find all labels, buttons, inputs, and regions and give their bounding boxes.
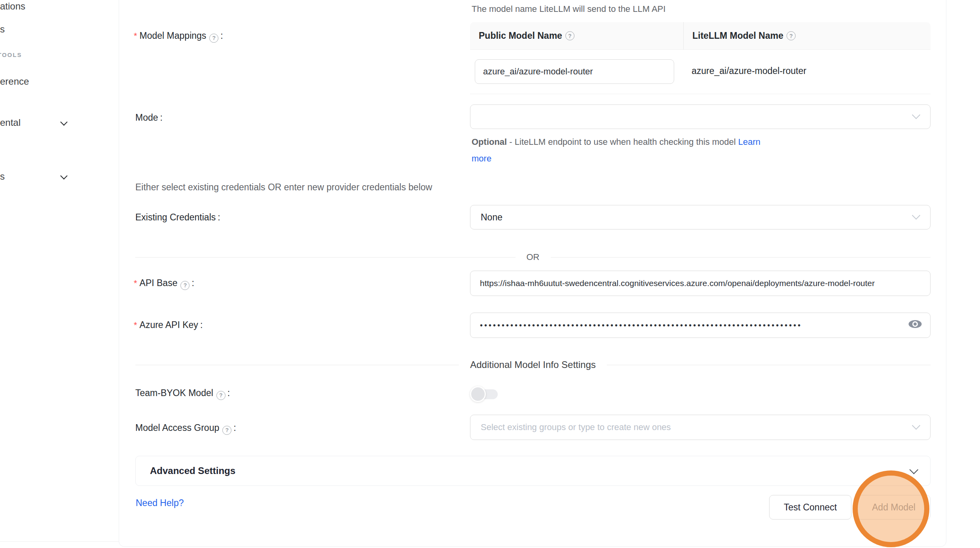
team-byok-label: Team-BYOK Model?:	[135, 388, 230, 400]
eye-icon[interactable]	[908, 319, 922, 332]
chevron-down-icon	[910, 465, 919, 474]
help-icon[interactable]: ?	[180, 281, 190, 290]
api-base-label: *API Base?:	[134, 278, 194, 290]
team-byok-toggle[interactable]	[472, 389, 498, 399]
mode-optional-note-line2: more	[472, 154, 491, 164]
help-icon[interactable]: ?	[216, 391, 226, 400]
chevron-down-icon	[60, 118, 67, 125]
existing-credentials-value: None	[481, 212, 502, 223]
sidebar-item-experimental[interactable]: ental	[0, 117, 21, 128]
api-base-input[interactable]: https://ishaa-mh6uutut-swedencentral.cog…	[470, 271, 931, 296]
column-header-public-model-name: Public Model Name?	[470, 22, 684, 49]
mode-select[interactable]	[470, 104, 931, 129]
advanced-settings-panel[interactable]: Advanced Settings	[135, 456, 931, 486]
existing-credentials-select[interactable]: None	[470, 205, 931, 229]
credentials-note: Either select existing credentials OR en…	[135, 182, 432, 193]
help-icon[interactable]: ?	[222, 426, 231, 435]
model-mappings-table: Public Model Name? LiteLLM Model Name? a…	[470, 22, 931, 94]
table-header: Public Model Name? LiteLLM Model Name?	[470, 22, 931, 50]
sidebar-bottom-divider	[0, 541, 119, 542]
required-asterisk: *	[134, 31, 137, 41]
sidebar-item-api-reference[interactable]: erence	[0, 76, 29, 87]
help-icon[interactable]: ?	[209, 34, 218, 43]
litellm-model-name-value: azure_ai/azure-model-router	[692, 66, 806, 76]
required-asterisk: *	[134, 278, 137, 288]
sidebar-item-organizations[interactable]: ations	[0, 1, 25, 12]
access-group-placeholder: Select existing groups or type to create…	[481, 422, 671, 432]
mode-label: Mode:	[135, 112, 163, 123]
table-row: azure_ai/azure-model-router	[470, 50, 931, 94]
model-mappings-label: *Model Mappings?:	[134, 30, 223, 43]
model-access-group-label: Model Access Group?:	[135, 423, 236, 435]
required-asterisk: *	[134, 320, 137, 330]
chevron-down-icon	[60, 172, 67, 179]
advanced-settings-title: Advanced Settings	[150, 465, 235, 476]
need-help-link[interactable]: Need Help?	[136, 498, 184, 508]
chevron-down-icon	[912, 421, 920, 430]
learn-more-link[interactable]: more	[472, 154, 491, 163]
masked-key-value: ••••••••••••••••••••••••••••••••••••••••…	[480, 321, 895, 330]
mode-optional-note: Optional - LiteLLM endpoint to use when …	[472, 137, 760, 147]
model-access-group-select[interactable]: Select existing groups or type to create…	[470, 415, 931, 440]
chevron-down-icon	[912, 111, 920, 119]
mappings-helper-text: The model name LiteLLM will send to the …	[472, 4, 665, 14]
additional-settings-divider: Additional Model Info Settings	[135, 356, 931, 374]
existing-credentials-label: Existing Credentials:	[135, 212, 220, 223]
column-header-litellm-model-name: LiteLLM Model Name?	[684, 22, 796, 49]
toggle-knob	[470, 386, 486, 402]
help-icon[interactable]: ?	[787, 31, 796, 40]
learn-more-link[interactable]: Learn	[738, 137, 760, 147]
test-connect-button[interactable]: Test Connect	[769, 495, 851, 520]
public-model-name-input[interactable]	[475, 59, 674, 84]
azure-api-key-input[interactable]: ••••••••••••••••••••••••••••••••••••••••…	[470, 313, 931, 338]
chevron-down-icon	[912, 211, 920, 220]
sidebar-section-tools: TOOLS	[0, 51, 22, 58]
sidebar-item-settings[interactable]: s	[0, 171, 5, 182]
or-divider: OR	[135, 249, 931, 265]
azure-api-key-label: *Azure API Key:	[134, 320, 203, 330]
sidebar-item-top[interactable]: s	[0, 24, 5, 35]
help-icon[interactable]: ?	[565, 31, 574, 40]
add-model-button[interactable]: Add Model	[857, 495, 931, 520]
